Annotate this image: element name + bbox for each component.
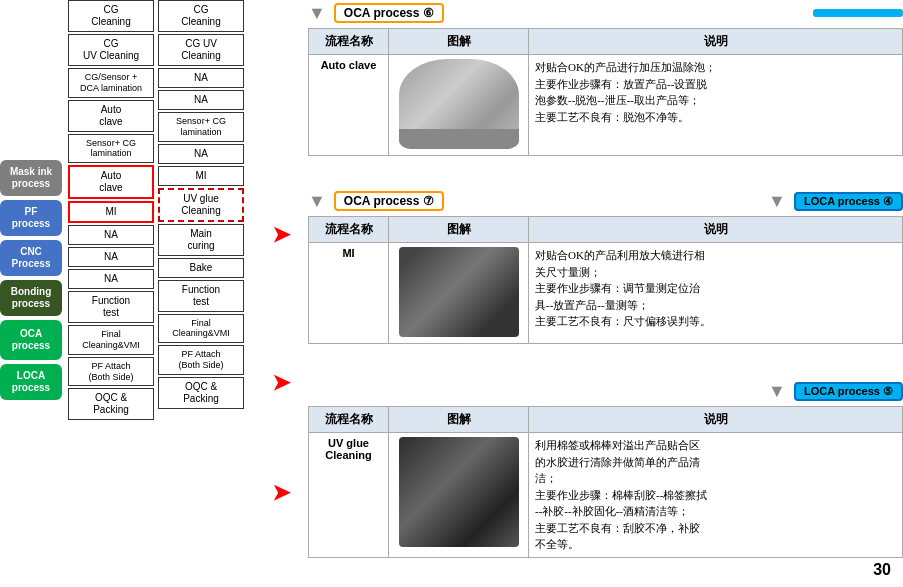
sidebar-btn-bonding[interactable]: Bondingprocess (0, 280, 62, 316)
th-illustration: 图解 (389, 29, 529, 55)
flow-col-1: CGCleaning CGUV Cleaning CG/Sensor +DCA … (68, 0, 154, 422)
flow-box-autoclave-highlight: Autoclave (68, 165, 154, 199)
th-illustration-3: 图解 (389, 407, 529, 433)
sec2-header: ▼ OCA process ⑦ ▼ LOCA process ④ (308, 188, 903, 214)
flow-box: CG/Sensor +DCA lamination (68, 68, 154, 98)
red-arrow-2: ➤ (272, 370, 290, 396)
flow-col-2: CGCleaning CG UVCleaning NA NA Sensor+ C… (158, 0, 244, 411)
flow-box: Sensor+ CGlamination (68, 134, 154, 164)
page-number: 30 (873, 561, 891, 579)
flow-box-uv-cleaning: UV glueCleaning (158, 188, 244, 222)
sec3-header: ▼ LOCA process ⑤ (308, 378, 903, 404)
flow-box: OQC &Packing (158, 377, 244, 409)
flow-box-function-test-1: Functiontest (68, 291, 154, 323)
section-3: ▼ LOCA process ⑤ 流程名称 图解 说明 UV glueClean… (308, 378, 903, 587)
oca-process-7-label: OCA process ⑦ (334, 191, 444, 211)
flow-box: Sensor+ CGlamination (158, 112, 244, 142)
uv-image (399, 437, 519, 547)
sidebar-btn-cnc[interactable]: CNCProcess (0, 240, 62, 276)
flow-box: NA (68, 225, 154, 245)
down-arrow-loca: ▼ (768, 191, 786, 212)
desc-mi: 对贴合OK的产品利用放大镜进行相 关尺寸量测； 主要作业步骤有：调节量测定位治 … (529, 243, 903, 344)
flow-box: CGCleaning (158, 0, 244, 32)
main-area: ▼ OCA process ⑥ 流程名称 图解 说明 Auto clave (308, 0, 903, 587)
down-arrow-loca2: ▼ (768, 381, 786, 402)
desc-uv: 利用棉签或棉棒对溢出产品贴合区 的水胶进行清除并做简单的产品清 洁； 主要作业步… (529, 433, 903, 558)
image-mi (389, 243, 529, 344)
flow-box-function-test-2: Functiontest (158, 280, 244, 312)
flow-box: CG UVCleaning (158, 34, 244, 66)
process-name-uv-cleaning: UV glueCleaning (309, 433, 389, 558)
flow-box: FinalCleaning&VMI (158, 314, 244, 344)
flow-box: FinalCleaning&VMI (68, 325, 154, 355)
flow-box: CGUV Cleaning (68, 34, 154, 66)
flow-box: NA (158, 144, 244, 164)
flow-box: PF Attach(Both Side) (158, 345, 244, 375)
sidebar-btn-pf[interactable]: PFprocess (0, 200, 62, 236)
th-process-name-2: 流程名称 (309, 217, 389, 243)
sidebar-btn-mask-ink[interactable]: Mask inkprocess (0, 160, 62, 196)
th-process-name-3: 流程名称 (309, 407, 389, 433)
sec1-header: ▼ OCA process ⑥ (308, 0, 903, 26)
sec3-table: 流程名称 图解 说明 UV glueCleaning 利用棉签或棉棒对溢出产品贴… (308, 406, 903, 558)
down-arrow-2: ▼ (308, 191, 326, 212)
section-2: ▼ OCA process ⑦ ▼ LOCA process ④ 流程名称 图解… (308, 188, 903, 374)
flow-box: NA (68, 247, 154, 267)
red-arrow-1: ➤ (272, 222, 290, 248)
loca-process-5-label: LOCA process ⑤ (794, 382, 903, 401)
flow-box: MI (158, 166, 244, 186)
flow-box-mi-highlight: MI (68, 201, 154, 223)
flow-box: Bake (158, 258, 244, 278)
th-description-2: 说明 (529, 217, 903, 243)
loca-process-4-label: LOCA process ④ (794, 192, 903, 211)
flow-box: OQC &Packing (68, 388, 154, 420)
mi-image (399, 247, 519, 337)
sec1-table: 流程名称 图解 说明 Auto clave 对贴合OK的产品进行加压加温除泡； (308, 28, 903, 156)
flow-box: NA (158, 68, 244, 88)
image-autoclave (389, 55, 529, 156)
sidebar: Mask inkprocess PFprocess CNCProcess Bon… (0, 160, 68, 400)
process-name-mi: MI (309, 243, 389, 344)
flow-box: NA (68, 269, 154, 289)
image-uv (389, 433, 529, 558)
th-description-3: 说明 (529, 407, 903, 433)
sec2-table: 流程名称 图解 说明 MI 对贴合OK的产品利用放大镜进行相 关尺寸量测； 主要… (308, 216, 903, 344)
red-arrow-3: ➤ (272, 480, 290, 506)
desc-autoclave: 对贴合OK的产品进行加压加温除泡； 主要作业步骤有：放置产品--设置脱 泡参数-… (529, 55, 903, 156)
flow-box: PF Attach(Both Side) (68, 357, 154, 387)
th-description: 说明 (529, 29, 903, 55)
flow-box: NA (158, 90, 244, 110)
th-process-name: 流程名称 (309, 29, 389, 55)
autoclave-image (399, 59, 519, 149)
sidebar-btn-loca[interactable]: LOCAprocess (0, 364, 62, 400)
section-1: ▼ OCA process ⑥ 流程名称 图解 说明 Auto clave (308, 0, 903, 186)
th-illustration-2: 图解 (389, 217, 529, 243)
flow-box: CGCleaning (68, 0, 154, 32)
sidebar-btn-oca[interactable]: OCAprocess (0, 320, 62, 360)
process-name-autoclave: Auto clave (309, 55, 389, 156)
flow-box: Maincuring (158, 224, 244, 256)
flow-box: Autoclave (68, 100, 154, 132)
loca-line-1 (813, 9, 903, 17)
oca-process-6-label: OCA process ⑥ (334, 3, 444, 23)
down-arrow-1: ▼ (308, 3, 326, 24)
